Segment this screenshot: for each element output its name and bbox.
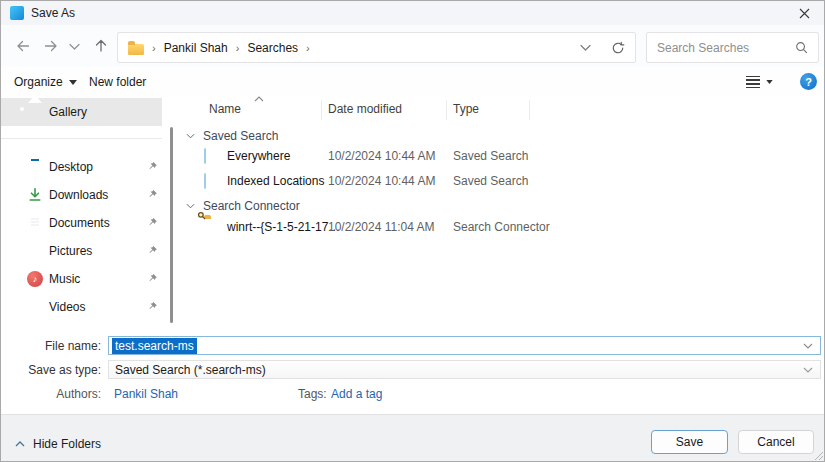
sidebar-item-label: Documents bbox=[49, 209, 110, 237]
sidebar-scrollbar[interactable] bbox=[170, 127, 173, 323]
breadcrumb-item-searches[interactable]: Searches bbox=[247, 41, 298, 55]
column-header-type[interactable]: Type bbox=[453, 102, 479, 116]
file-name-value: test.search-ms bbox=[112, 338, 197, 354]
cancel-button[interactable]: Cancel bbox=[738, 430, 814, 454]
window-title: Save As bbox=[31, 1, 75, 25]
title-bar: Save As bbox=[1, 1, 825, 25]
pin-icon bbox=[147, 161, 158, 172]
sidebar-item-videos[interactable]: Videos bbox=[1, 293, 162, 321]
save-button[interactable]: Save bbox=[651, 430, 728, 454]
saved-search-icon bbox=[204, 149, 206, 163]
breadcrumb-separator: › bbox=[306, 42, 310, 54]
new-folder-label: New folder bbox=[89, 75, 146, 89]
file-row-winrt[interactable]: winrt--{S-1-5-21-17… 10/2/2024 11:04 AM … bbox=[176, 218, 821, 239]
sidebar-item-desktop[interactable]: Desktop bbox=[1, 153, 162, 181]
sidebar-item-music[interactable]: ♪ Music bbox=[1, 265, 162, 293]
new-folder-button[interactable]: New folder bbox=[89, 67, 146, 97]
app-save-as-icon bbox=[10, 6, 24, 20]
organize-button[interactable]: Organize bbox=[14, 67, 77, 97]
hide-folders-chevron-icon bbox=[15, 441, 25, 447]
forward-arrow-icon bbox=[43, 38, 59, 54]
organize-caret-icon bbox=[69, 80, 77, 85]
sidebar-item-label: Videos bbox=[49, 293, 85, 321]
file-name-input[interactable]: test.search-ms bbox=[108, 336, 821, 355]
file-date-cell: 10/2/2024 10:44 AM bbox=[328, 149, 435, 163]
dialog-footer: Hide Folders Save Cancel bbox=[1, 414, 825, 462]
group-chevron-icon bbox=[186, 203, 195, 209]
file-name-cell: Indexed Locations bbox=[227, 174, 324, 188]
back-button[interactable] bbox=[9, 25, 37, 67]
breadcrumb-separator: › bbox=[236, 42, 240, 54]
navigation-bar: › Pankil Shah › Searches › Search Search… bbox=[1, 25, 825, 67]
column-separator[interactable] bbox=[321, 100, 322, 120]
address-folder-icon bbox=[128, 44, 144, 55]
tags-label: Tags: bbox=[298, 387, 327, 401]
search-input[interactable]: Search Searches bbox=[646, 32, 819, 63]
save-button-label: Save bbox=[676, 435, 703, 449]
file-type-cell: Saved Search bbox=[453, 149, 528, 163]
recent-locations-chevron-icon bbox=[69, 43, 80, 50]
address-dropdown-chevron-icon[interactable] bbox=[580, 44, 591, 51]
authors-label: Authors: bbox=[1, 387, 101, 401]
sidebar-item-pictures[interactable]: Pictures bbox=[1, 237, 162, 265]
downloads-icon bbox=[27, 187, 43, 203]
hide-folders-button[interactable]: Hide Folders bbox=[15, 437, 101, 451]
back-arrow-icon bbox=[15, 38, 31, 54]
sort-ascending-icon bbox=[254, 96, 264, 102]
up-arrow-icon bbox=[93, 38, 109, 54]
sidebar-item-downloads[interactable]: Downloads bbox=[1, 181, 162, 209]
gallery-icon bbox=[27, 104, 43, 120]
help-button[interactable]: ? bbox=[800, 73, 817, 90]
sidebar-item-documents[interactable]: Documents bbox=[1, 209, 162, 237]
close-icon bbox=[799, 8, 810, 19]
file-name-label: File name: bbox=[1, 339, 101, 353]
recent-locations-button[interactable] bbox=[63, 25, 85, 67]
resize-grip-icon[interactable] bbox=[814, 451, 824, 461]
desktop-icon bbox=[27, 159, 43, 175]
group-header-saved-search[interactable]: Saved Search bbox=[186, 128, 278, 144]
group-label: Search Connector bbox=[203, 199, 300, 213]
file-name-cell: Everywhere bbox=[227, 149, 290, 163]
command-toolbar: Organize New folder ? bbox=[1, 67, 825, 97]
file-name-cell: winrt--{S-1-5-21-17… bbox=[227, 220, 340, 234]
forward-button[interactable] bbox=[37, 25, 65, 67]
file-type-cell: Search Connector bbox=[453, 220, 550, 234]
file-date-cell: 10/2/2024 10:44 AM bbox=[328, 174, 435, 188]
sidebar-item-label: Gallery bbox=[49, 98, 87, 126]
hide-folders-label: Hide Folders bbox=[33, 437, 101, 451]
sidebar-divider bbox=[1, 138, 162, 139]
column-separator[interactable] bbox=[446, 100, 447, 120]
column-header-date-modified[interactable]: Date modified bbox=[328, 102, 402, 116]
breadcrumb-item-pankil-shah[interactable]: Pankil Shah bbox=[164, 41, 228, 55]
saved-search-icon bbox=[204, 174, 206, 188]
documents-icon bbox=[27, 215, 43, 231]
group-label: Saved Search bbox=[203, 129, 278, 143]
file-date-cell: 10/2/2024 11:04 AM bbox=[328, 220, 435, 234]
address-bar[interactable]: › Pankil Shah › Searches › bbox=[117, 32, 636, 63]
dropdown-chevron-icon[interactable] bbox=[803, 343, 813, 349]
save-as-dialog: Save As bbox=[0, 0, 825, 462]
organize-label: Organize bbox=[14, 75, 63, 89]
column-header-name[interactable]: Name bbox=[209, 102, 241, 116]
pin-icon bbox=[147, 217, 158, 228]
help-icon: ? bbox=[805, 76, 812, 88]
refresh-icon[interactable] bbox=[611, 41, 625, 55]
search-placeholder: Search Searches bbox=[657, 41, 749, 55]
authors-value-link[interactable]: Pankil Shah bbox=[114, 387, 178, 401]
file-row-everywhere[interactable]: Everywhere 10/2/2024 10:44 AM Saved Sear… bbox=[176, 147, 821, 168]
sidebar-item-label: Downloads bbox=[49, 181, 108, 209]
search-icon bbox=[795, 41, 808, 54]
file-row-indexed-locations[interactable]: Indexed Locations 10/2/2024 10:44 AM Sav… bbox=[176, 172, 821, 193]
tags-add-link[interactable]: Add a tag bbox=[331, 387, 382, 401]
sidebar-item-gallery[interactable]: Gallery bbox=[1, 98, 162, 126]
file-type-cell: Saved Search bbox=[453, 174, 528, 188]
change-view-button[interactable] bbox=[746, 67, 773, 97]
view-list-icon bbox=[746, 76, 760, 88]
close-button[interactable] bbox=[782, 1, 825, 25]
breadcrumb-separator: › bbox=[152, 42, 156, 54]
save-as-type-select[interactable]: Saved Search (*.search-ms) bbox=[108, 360, 821, 379]
sidebar-item-label: Music bbox=[49, 265, 80, 293]
pin-icon bbox=[147, 189, 158, 200]
up-button[interactable] bbox=[87, 25, 115, 67]
column-separator[interactable] bbox=[529, 100, 530, 120]
